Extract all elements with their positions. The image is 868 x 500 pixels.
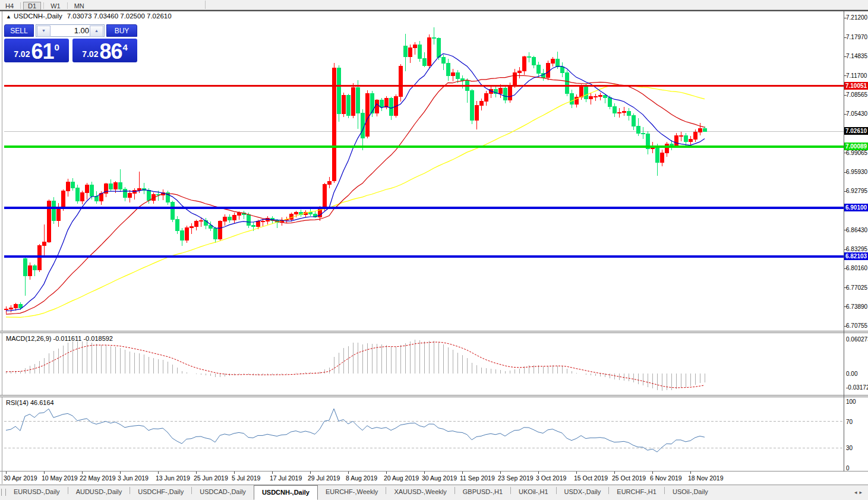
price-tick-label: 6.80160 xyxy=(846,265,868,272)
date-tick-label: 3 Oct 2019 xyxy=(536,474,566,482)
macd-indicator-label: MACD(12,26,9) -0.011611 -0.018592 xyxy=(6,335,113,342)
symbol-marker-icon: ▲ xyxy=(6,14,11,20)
date-tick-label: 3 Jun 2019 xyxy=(118,474,149,482)
date-tick-label: 8 Aug 2019 xyxy=(346,474,377,482)
buy-price-panel[interactable]: 7.02 86 4 xyxy=(72,39,137,62)
current-price-badge: 7.02610 xyxy=(844,127,868,135)
chart-ohlc-values: 7.03073 7.03460 7.02500 7.02610 xyxy=(67,12,172,20)
price-tick-label: 6.92795 xyxy=(846,188,868,195)
date-tick-label: 17 Jul 2019 xyxy=(270,474,302,482)
chart-tab-bar: EURUSD-,DailyAUDUSD-,DailyUSDCHF-,DailyU… xyxy=(0,485,868,500)
tab-eurchf-h1[interactable]: EURCHF-,H1 xyxy=(609,486,664,498)
tab-usdx-daily[interactable]: USDX-,Daily xyxy=(557,486,609,498)
tab-eurchf-weekly[interactable]: EURCHF-,Weekly xyxy=(318,486,386,498)
volume-decrease-button[interactable]: ▼ xyxy=(37,26,50,37)
tab-xauusd-weekly[interactable]: XAUUSD-,Weekly xyxy=(386,486,454,498)
date-tick-label: 5 Jul 2019 xyxy=(232,474,260,482)
price-tick-label: 6.99065 xyxy=(846,150,868,157)
price-tick-label: 7.05430 xyxy=(846,110,868,118)
tab-scroll-arrows[interactable]: ◂▸ xyxy=(854,489,864,495)
sell-price-panel[interactable]: 7.02 61 0 xyxy=(4,39,69,62)
price-tick-label: 7.17970 xyxy=(846,34,868,41)
tabbar-grip[interactable] xyxy=(1,489,6,496)
sell-button[interactable]: SELL xyxy=(4,24,34,37)
price-tick-label: 7.08565 xyxy=(846,91,868,99)
buy-button[interactable]: BUY xyxy=(106,24,137,37)
price-axis-line xyxy=(844,11,844,471)
trading-platform-window: H4D1W1MN ▲USDCNH-,Daily7.03073 7.03460 7… xyxy=(0,0,868,500)
rsi-indicator-label: RSI(14) 46.6164 xyxy=(6,399,54,406)
tab-scroll-right-icon[interactable]: ▸ xyxy=(859,489,864,495)
tab-usdcnh-daily[interactable]: USDCNH-,Daily xyxy=(254,485,318,500)
buy-price-pip: 4 xyxy=(122,42,127,52)
price-line-badge: 7.10051 xyxy=(844,82,868,90)
tab-usdchf-daily[interactable]: USDCHF-,Daily xyxy=(130,486,191,498)
date-tick-label: 15 Oct 2019 xyxy=(574,474,608,482)
price-tick-label: 6.86430 xyxy=(846,227,868,234)
price-line-badge: 6.90100 xyxy=(844,204,868,211)
sell-price-pip: 0 xyxy=(54,42,59,52)
tab-ukoil-h1[interactable]: UKOil-,H1 xyxy=(511,486,556,498)
price-line-badge: 6.82103 xyxy=(844,252,868,260)
panel-separator[interactable] xyxy=(0,395,868,397)
macd-tick-label: 0.00 xyxy=(846,371,868,378)
date-axis-line xyxy=(0,471,868,471)
price-tick-label: 7.11700 xyxy=(846,72,868,80)
date-tick-label: 20 Aug 2019 xyxy=(384,474,419,482)
tab-usdcad-daily[interactable]: USDCAD-,Daily xyxy=(192,486,254,498)
price-line-badge: 7.00089 xyxy=(844,143,868,150)
price-tick-label: 6.95930 xyxy=(846,169,868,176)
rsi-tick-label: 30 xyxy=(846,445,868,452)
sell-price-prefix: 7.02 xyxy=(14,49,30,59)
date-tick-label: 29 Jul 2019 xyxy=(308,474,340,482)
date-tick-label: 11 Sep 2019 xyxy=(460,474,495,482)
date-tick-label: 22 May 2019 xyxy=(80,474,116,482)
panel-separator[interactable] xyxy=(0,331,868,333)
tab-gbpusd-h1[interactable]: GBPUSD-,H1 xyxy=(455,486,510,498)
buy-price-digits: 86 xyxy=(99,43,122,61)
date-tick-label: 10 May 2019 xyxy=(42,474,78,482)
volume-input[interactable]: 1.00 xyxy=(74,26,89,36)
sell-price-digits: 61 xyxy=(31,43,53,61)
date-tick-label: 6 Nov 2019 xyxy=(650,474,682,482)
price-tick-label: 6.77025 xyxy=(846,284,868,292)
rsi-tick-label: 70 xyxy=(846,419,868,426)
macd-tick-label: -0.031725 xyxy=(846,384,868,391)
price-tick-label: 7.21200 xyxy=(846,14,868,21)
date-tick-label: 18 Nov 2019 xyxy=(688,474,724,482)
buy-price-prefix: 7.02 xyxy=(82,49,98,59)
date-tick-label: 30 Aug 2019 xyxy=(422,474,457,482)
date-tick-label: 30 Apr 2019 xyxy=(4,474,37,482)
price-tick-label: 6.73890 xyxy=(846,303,868,311)
date-tick-label: 25 Jun 2019 xyxy=(194,474,228,482)
date-tick-label: 23 Sep 2019 xyxy=(498,474,534,482)
tab-eurusd-daily[interactable]: EURUSD-,Daily xyxy=(6,486,68,498)
price-tick-label: 7.14835 xyxy=(846,53,868,60)
rsi-tick-label: 0 xyxy=(846,465,868,472)
chart-title: ▲USDCNH-,Daily7.03073 7.03460 7.02500 7.… xyxy=(6,12,172,21)
chart-symbol-period: USDCNH-,Daily xyxy=(14,12,62,20)
price-tick-label: 6.70755 xyxy=(846,322,868,330)
candlestick-chart xyxy=(0,0,868,500)
tab-usoil-daily[interactable]: USOil-,Daily xyxy=(665,486,716,498)
macd-tick-label: 0.060273 xyxy=(846,336,868,343)
date-tick-label: 13 Jun 2019 xyxy=(156,474,190,482)
volume-spinner: ▼ 1.00 ▲ xyxy=(36,24,105,37)
tab-audusd-daily[interactable]: AUDUSD-,Daily xyxy=(68,486,130,498)
volume-increase-button[interactable]: ▲ xyxy=(90,26,103,37)
rsi-tick-label: 100 xyxy=(846,398,868,406)
one-click-trading-widget: SELL ▼ 1.00 ▲ BUY 7.02 61 0 7.02 86 4 xyxy=(4,24,137,62)
date-tick-label: 25 Oct 2019 xyxy=(612,474,646,482)
